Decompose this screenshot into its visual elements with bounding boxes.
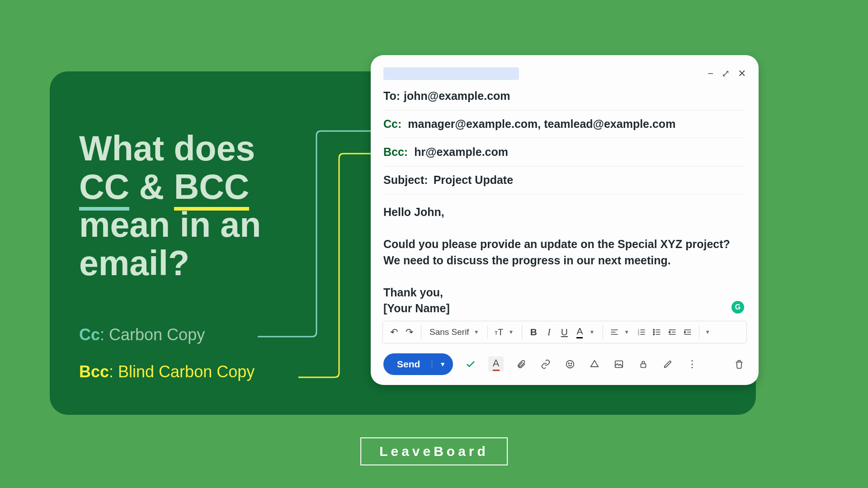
subject-value: Project Update (434, 174, 513, 187)
definition-bcc: Bcc: Blind Carbon Copy (79, 362, 255, 381)
definition-bcc-text: : Blind Carbon Copy (109, 362, 255, 381)
compose-header: − ⤢ ✕ (383, 65, 746, 82)
minimize-icon[interactable]: − (708, 68, 713, 80)
definition-cc: Cc: Carbon Copy (79, 325, 255, 344)
undo-button[interactable]: ↶ (387, 324, 401, 340)
font-select[interactable]: Sans Serif (426, 324, 471, 340)
bcc-row[interactable]: Bcc: hr@example.com (383, 138, 746, 166)
bold-button[interactable]: B (527, 324, 540, 340)
headline-amp: & (129, 167, 174, 206)
indent-decrease-button[interactable] (665, 324, 679, 340)
bcc-value: hr@example.com (414, 145, 508, 159)
spellcheck-icon[interactable] (464, 357, 477, 371)
format-toolbar: ↶ ↷ Sans Serif ▼ тT ▼ B I U A ▼ ▼ 123 ▼ (382, 321, 747, 343)
text-color-button[interactable]: A (573, 324, 586, 340)
font-caret-icon[interactable]: ▼ (473, 329, 483, 335)
attachment-icon[interactable] (514, 357, 528, 371)
definitions: Cc: Carbon Copy Bcc: Blind Carbon Copy (79, 325, 255, 399)
align-button[interactable] (608, 324, 621, 340)
to-row[interactable]: To: john@example.com (383, 82, 746, 110)
grammarly-icon[interactable]: G (731, 301, 744, 314)
svg-rect-10 (641, 364, 646, 367)
cc-row[interactable]: Cc: manager@example.com, teamlead@exampl… (383, 110, 746, 138)
svg-point-4 (653, 332, 655, 333)
send-label: Send (383, 359, 432, 370)
text-size-caret-icon[interactable]: ▼ (508, 329, 518, 335)
subject-label: Subject: (383, 174, 428, 187)
body-signature: [Your Name] (383, 300, 746, 317)
align-caret-icon[interactable]: ▼ (623, 329, 633, 335)
more-options-icon[interactable]: ⋮ (685, 357, 699, 371)
redo-button[interactable]: ↷ (403, 324, 416, 340)
italic-button[interactable]: I (542, 324, 556, 340)
signature-icon[interactable] (661, 357, 675, 371)
body-thanks: Thank you, (383, 285, 746, 301)
svg-point-6 (566, 361, 574, 368)
headline-bcc: BCC (174, 167, 250, 211)
svg-point-5 (653, 334, 655, 335)
headline-line1: What does (79, 129, 350, 168)
text-color-caret-icon[interactable]: ▼ (588, 329, 598, 335)
discard-icon[interactable] (732, 357, 746, 371)
text-size-button[interactable]: тT (492, 324, 506, 340)
send-more-caret-icon[interactable]: ▼ (432, 361, 453, 368)
resize-icon[interactable]: ⤢ (722, 68, 730, 80)
subject-row[interactable]: Subject: Project Update (383, 166, 746, 194)
underline-button[interactable]: U (557, 324, 571, 340)
cc-value: manager@example.com, teamlead@example.co… (408, 117, 675, 131)
brand-badge: LeaveBoard (360, 437, 508, 465)
image-icon[interactable] (612, 357, 626, 371)
confidential-icon[interactable] (637, 357, 650, 371)
to-label: To: (383, 89, 400, 103)
drive-icon[interactable] (588, 357, 601, 371)
headline-cc: CC (79, 167, 129, 211)
headline-line2: CC & BCC (79, 168, 350, 206)
link-icon[interactable] (539, 357, 552, 371)
headline-line3a: mean in an (79, 206, 350, 244)
close-icon[interactable]: ✕ (738, 68, 746, 80)
indent-increase-button[interactable] (681, 324, 694, 340)
body-greeting: Hello John, (383, 204, 746, 221)
compose-window: − ⤢ ✕ To: john@example.com Cc: manager@e… (371, 55, 759, 385)
emoji-icon[interactable] (563, 357, 577, 371)
definition-bcc-label: Bcc (79, 362, 109, 381)
definition-cc-text: : Carbon Copy (100, 325, 205, 344)
numbered-list-button[interactable]: 123 (635, 324, 648, 340)
to-value: john@example.com (404, 89, 510, 103)
more-format-caret-icon[interactable]: ▼ (704, 329, 714, 335)
headline-line3b: email? (79, 244, 350, 282)
svg-point-3 (653, 329, 655, 331)
bullet-list-button[interactable] (650, 324, 664, 340)
definition-cc-label: Cc (79, 325, 100, 344)
svg-text:3: 3 (638, 333, 639, 336)
body-text: Could you please provide an update on th… (383, 236, 746, 268)
bottom-icons: A ⋮ (464, 357, 699, 372)
recipient-pill[interactable] (383, 67, 519, 80)
svg-point-7 (569, 363, 570, 364)
format-mode-icon[interactable]: A (488, 357, 504, 372)
send-button[interactable]: Send ▼ (383, 353, 453, 375)
cc-label: Cc: (383, 117, 401, 131)
window-controls: − ⤢ ✕ (708, 68, 746, 80)
svg-point-8 (571, 363, 572, 364)
headline: What does CC & BCC mean in an email? (79, 129, 350, 282)
bcc-label: Bcc: (383, 145, 408, 159)
body-area[interactable]: Hello John, Could you please provide an … (383, 194, 746, 319)
bottom-toolbar: Send ▼ A (383, 352, 746, 377)
